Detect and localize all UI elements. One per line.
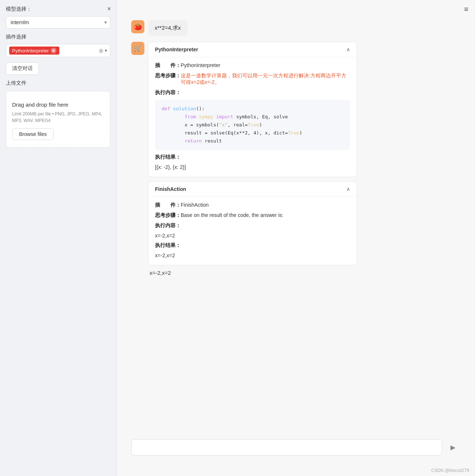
thinking-label: 思考步骤： [155, 73, 181, 79]
plugin-tags-actions: ⊗ ▾ [99, 47, 107, 54]
model-label: 模型选择： [6, 6, 110, 12]
python-card-collapse[interactable]: ∧ [346, 47, 350, 52]
final-answer: x=-2,x=2 [148, 270, 460, 276]
finish-card-body: 插 件： FinishAction 思考步骤： Base on the resu… [148, 197, 357, 265]
close-button[interactable]: × [107, 5, 111, 13]
user-avatar-emoji: 🍅 [134, 23, 142, 31]
upload-dropzone[interactable]: Drag and drop file here Limit 200MB per … [6, 91, 110, 148]
plugin-field-exec-result: 执行结果： [155, 154, 350, 160]
chat-area: 🍅 x**2=4,求x 🛒 PythonInterpreter ∧ [117, 16, 475, 436]
menu-button[interactable]: ≡ [464, 5, 468, 14]
assistant-content: PythonInterpreter ∧ 插 件： PythonInterpret… [148, 42, 460, 276]
plugin-field-label: 插 件： [155, 62, 181, 69]
main-chat-area: ≡ 🍅 x**2=4,求x 🛒 PythonInterpreter ∧ [117, 0, 475, 476]
plugin-field-exec: 执行内容： [155, 89, 350, 96]
user-message: 🍅 x**2=4,求x [131, 20, 460, 36]
user-message-text: x**2=4,求x [155, 25, 181, 31]
send-icon: ▶ [450, 443, 456, 451]
python-card-title: PythonInterpreter [155, 47, 198, 52]
finish-exec-result-value: x=-2,x=2 [155, 252, 350, 258]
send-button[interactable]: ▶ [446, 440, 460, 455]
python-card-header: PythonInterpreter ∧ [148, 42, 357, 57]
browse-files-button[interactable]: Browse files [12, 128, 54, 140]
plugin-label: 插件选择 [6, 34, 110, 40]
plugin-dropdown-icon[interactable]: ▾ [105, 48, 107, 53]
finish-field-exec: 执行内容： [155, 222, 350, 229]
dropzone-title: Drag and drop file here [12, 102, 68, 108]
dropzone-hint: Limit 200MB per file • PNG, JPG, JPEG, M… [12, 111, 102, 124]
exec-result-value: [{x: -2}, {x: 2}] [155, 164, 350, 170]
finish-thinking-value: Base on the result of the code, the answ… [181, 212, 283, 218]
finish-plugin-value: FinishAction [181, 202, 209, 208]
finish-exec-content: x=-2,x=2 [155, 233, 350, 239]
plugin-tag-label: PythonInterpreter [12, 48, 49, 53]
model-select[interactable]: internlm gpt-4 claude [6, 16, 110, 29]
assistant-message: 🛒 PythonInterpreter ∧ 插 件： PythonInterpr… [131, 42, 460, 276]
plugin-field-thinking: 思考步骤： 这是一道数学计算题，我们可以用一元一次方程进行解决:方程两边开平方可… [155, 73, 350, 86]
clear-dialog-button[interactable]: 清空对话 [6, 62, 39, 75]
finish-field-exec-result: 执行结果： [155, 242, 350, 249]
finish-plugin-label: 插 件： [155, 202, 181, 209]
exec-label: 执行内容： [155, 89, 181, 96]
thinking-value: 这是一道数学计算题，我们可以用一元一次方程进行解决:方程两边开平方可得x=2或x… [181, 73, 350, 86]
finish-card-title: FinishAction [155, 186, 186, 192]
finish-thinking-label: 思考步骤： [155, 212, 181, 219]
python-card-body: 插 件： PythonInterpreter 思考步骤： 这是一道数学计算题，我… [148, 57, 357, 177]
code-block: def solution(): from sympy import symbol… [155, 100, 350, 150]
plugin-field-value: PythonInterpreter [181, 62, 220, 68]
footer: CSDN @biscuit279 [117, 466, 475, 476]
input-area: ▶ [117, 436, 475, 466]
assistant-avatar: 🛒 [131, 42, 144, 55]
upload-section: 上传文件 Drag and drop file here Limit 200MB… [6, 80, 110, 148]
footer-credit: CSDN @biscuit279 [431, 468, 469, 473]
user-bubble: x**2=4,求x [148, 20, 187, 36]
upload-label: 上传文件 [6, 80, 110, 86]
plugin-field-plugin: 插 件： PythonInterpreter [155, 62, 350, 69]
plugin-select-section: 插件选择 PythonInterpreter × ⊗ ▾ [6, 34, 110, 57]
plugin-tags-row: PythonInterpreter × ⊗ ▾ [6, 44, 110, 57]
finish-exec-label: 执行内容： [155, 222, 181, 229]
model-select-section: 模型选择： internlm gpt-4 claude [6, 6, 110, 29]
plugin-tag-python: PythonInterpreter × [9, 47, 59, 55]
main-header: ≡ [117, 0, 475, 16]
python-interpreter-card: PythonInterpreter ∧ 插 件： PythonInterpret… [148, 42, 357, 177]
finish-field-plugin: 插 件： FinishAction [155, 202, 350, 209]
finish-action-card: FinishAction ∧ 插 件： FinishAction 思考步骤： B… [148, 181, 357, 265]
exec-result-label: 执行结果： [155, 154, 181, 160]
finish-exec-result-label: 执行结果： [155, 242, 181, 249]
model-select-wrapper: internlm gpt-4 claude [6, 16, 110, 29]
chat-input[interactable] [131, 439, 442, 455]
plugin-clear-button[interactable]: ⊗ [99, 47, 103, 54]
assistant-avatar-emoji: 🛒 [134, 44, 142, 52]
sidebar: × 模型选择： internlm gpt-4 claude 插件选择 Pytho… [0, 0, 117, 476]
finish-card-header: FinishAction ∧ [148, 182, 357, 197]
plugin-tag-close[interactable]: × [51, 48, 56, 53]
finish-card-collapse[interactable]: ∧ [346, 186, 350, 192]
finish-field-thinking: 思考步骤： Base on the result of the code, th… [155, 212, 350, 219]
user-avatar: 🍅 [131, 20, 144, 33]
